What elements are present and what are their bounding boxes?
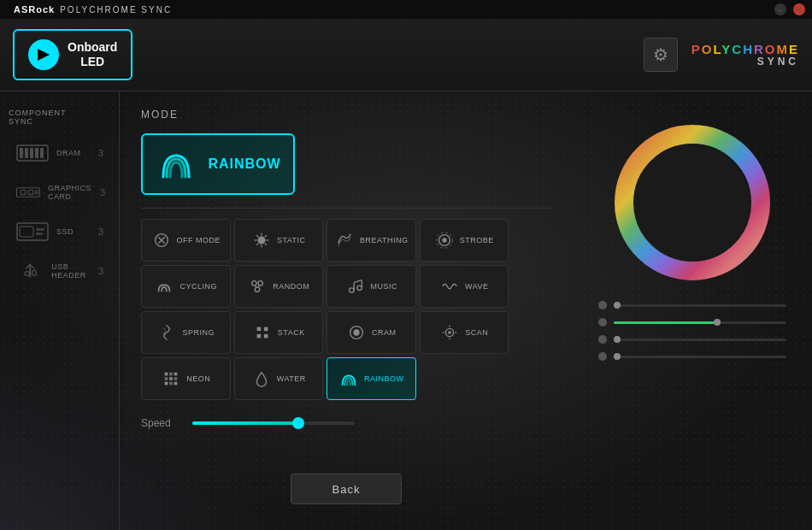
slider-thumb-3[interactable] <box>614 336 621 343</box>
gpu-count: 3 <box>100 187 105 197</box>
svg-rect-16 <box>25 272 29 275</box>
svg-rect-63 <box>174 382 178 386</box>
svg-point-54 <box>448 331 451 334</box>
color-sliders <box>590 301 795 361</box>
svg-point-38 <box>349 288 354 293</box>
svg-rect-43 <box>256 327 261 332</box>
brand-label: ASRock <box>14 4 55 15</box>
ssd-icon <box>15 221 50 243</box>
dram-icon <box>15 142 50 164</box>
slider-track-3[interactable] <box>614 339 786 341</box>
mode-tile-stack[interactable]: STACK <box>234 311 324 354</box>
header-right: ⚙ POLYCHROME SYNC <box>644 38 799 72</box>
dram-label: DRAM <box>56 149 81 157</box>
svg-rect-10 <box>34 190 38 195</box>
svg-point-9 <box>28 190 33 195</box>
sidebar-item-dram[interactable]: DRAM 3 <box>9 137 110 169</box>
svg-point-8 <box>21 190 26 195</box>
neon-icon <box>161 368 181 389</box>
cycling-label: CYCLING <box>179 282 217 291</box>
slider-thumb-2[interactable] <box>714 319 721 326</box>
polychrome-logo: POLYCHROME SYNC <box>691 42 799 68</box>
mode-grid-section: OFF MODE <box>141 208 551 400</box>
static-label: STATIC <box>277 236 306 244</box>
svg-rect-58 <box>165 377 168 380</box>
rainbow-tile-icon <box>338 368 359 389</box>
svg-line-42 <box>354 280 362 283</box>
svg-rect-17 <box>32 270 36 275</box>
mode-section-label: MODE <box>141 109 551 121</box>
svg-rect-46 <box>264 334 268 339</box>
minimize-button[interactable]: – <box>774 3 786 15</box>
usb-label: USB HEADER <box>51 262 98 280</box>
close-button[interactable]: × <box>793 3 805 15</box>
cram-label: CRAM <box>372 328 397 337</box>
mode-tile-cram[interactable]: CRAM <box>327 311 416 354</box>
mode-tile-cycling[interactable]: CYCLING <box>141 265 231 308</box>
settings-button[interactable]: ⚙ <box>644 38 678 72</box>
svg-marker-0 <box>38 49 50 61</box>
rainbow-tile-label: RAINBOW <box>364 374 404 383</box>
mode-tile-static[interactable]: STATIC <box>234 219 324 262</box>
stack-icon <box>252 322 273 343</box>
mode-tile-scan[interactable]: SCAN <box>420 311 509 354</box>
mode-tile-music[interactable]: MUSIC <box>327 265 416 308</box>
mode-tile-neon[interactable]: NEON <box>141 357 231 400</box>
cram-icon <box>346 322 367 343</box>
breathing-label: BREATHING <box>360 236 408 244</box>
slider-row-4 <box>598 352 786 361</box>
selected-mode-name: RAINBOW <box>208 156 280 172</box>
slider-thumb-4[interactable] <box>614 353 621 360</box>
slider-row-2 <box>598 318 786 327</box>
slider-thumb-1[interactable] <box>614 302 621 309</box>
mode-tile-random[interactable]: RANDOM <box>234 265 324 308</box>
neon-label: NEON <box>186 374 210 383</box>
svg-rect-12 <box>20 227 33 237</box>
speed-track[interactable] <box>192 421 355 425</box>
gpu-icon <box>15 181 41 203</box>
scan-icon <box>439 322 460 343</box>
mode-tile-wave[interactable]: WAVE <box>420 265 509 308</box>
svg-point-21 <box>257 236 265 244</box>
speed-section: Speed <box>141 417 551 429</box>
mode-tile-spring[interactable]: SPRING <box>141 311 231 354</box>
slider-track-2[interactable] <box>614 321 786 324</box>
ssd-count: 3 <box>98 227 103 237</box>
back-section: Back <box>141 474 551 513</box>
app-name-label: POLYCHROME SYNC <box>60 5 172 15</box>
slider-track-4[interactable] <box>614 356 786 358</box>
svg-rect-4 <box>30 148 33 158</box>
water-icon <box>251 368 272 389</box>
strobe-label: STROBE <box>460 236 494 244</box>
sidebar-item-gpu[interactable]: GRAPHICS CARD 3 <box>9 176 110 209</box>
stack-label: STACK <box>278 328 305 337</box>
off-mode-icon <box>151 230 172 250</box>
slider-track-1[interactable] <box>614 304 786 307</box>
back-button[interactable]: Back <box>291 474 402 504</box>
speed-label: Speed <box>141 417 179 429</box>
sidebar-item-ssd[interactable]: SSD 3 <box>9 215 110 248</box>
content-area: COMPONENTSYNC DRAM <box>0 91 812 530</box>
mode-tile-water[interactable]: WATER <box>234 357 324 400</box>
speed-thumb[interactable] <box>292 417 304 429</box>
mode-tile-breathing[interactable]: BREATHING <box>327 219 416 262</box>
slider-row-3 <box>598 335 786 344</box>
svg-rect-3 <box>25 148 28 158</box>
onboard-led-button[interactable]: OnboardLED <box>13 29 132 80</box>
usb-count: 3 <box>98 266 103 276</box>
svg-line-28 <box>265 235 267 237</box>
svg-point-48 <box>353 329 359 335</box>
mode-tile-rainbow[interactable]: RAINBOW <box>327 357 416 400</box>
slider-fill-2 <box>614 321 717 324</box>
selected-mode-display[interactable]: RAINBOW <box>141 133 295 195</box>
ssd-label: SSD <box>56 227 74 236</box>
gpu-label: GRAPHICS CARD <box>48 184 100 201</box>
wave-label: WAVE <box>465 282 489 291</box>
svg-rect-14 <box>36 233 43 235</box>
mode-tile-strobe[interactable]: STROBE <box>420 219 509 262</box>
sidebar-item-usb[interactable]: USB HEADER 3 <box>9 255 110 287</box>
off-mode-label: OFF MODE <box>177 236 221 244</box>
mode-tile-off[interactable]: OFF MODE <box>141 219 231 262</box>
svg-rect-44 <box>264 327 268 332</box>
music-icon <box>345 276 366 297</box>
